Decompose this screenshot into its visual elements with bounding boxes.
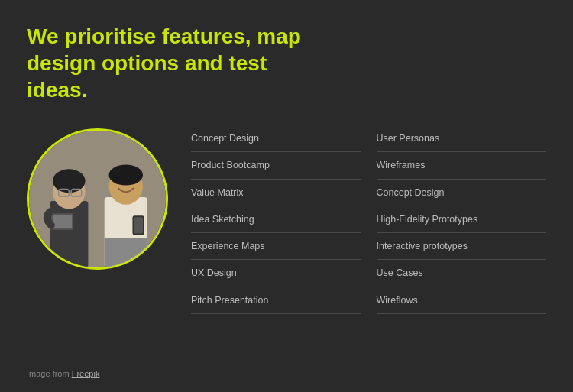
credit-prefix: Image from bbox=[27, 369, 70, 378]
svg-rect-2 bbox=[50, 201, 88, 267]
main-headline: We prioritise features, map design optio… bbox=[27, 23, 317, 103]
content-row: Concept DesignProduct BootcampValue Matr… bbox=[27, 125, 546, 314]
people-illustration bbox=[29, 131, 166, 267]
svg-rect-9 bbox=[53, 215, 72, 228]
svg-rect-15 bbox=[105, 238, 147, 267]
freepik-link[interactable]: Freepik bbox=[72, 369, 100, 378]
headline-line1: We prioritise features, map bbox=[27, 24, 301, 48]
image-placeholder bbox=[29, 131, 166, 267]
left-list-item: Concept Design bbox=[191, 125, 361, 152]
right-list-item: User Personas bbox=[377, 125, 547, 152]
profile-image bbox=[27, 128, 168, 270]
svg-point-12 bbox=[108, 165, 143, 186]
left-list-item: Pitch Presentation bbox=[191, 287, 361, 314]
right-list-item: Wireframes bbox=[377, 152, 547, 179]
left-list-item: Experience Maps bbox=[191, 233, 361, 260]
right-list-item: Interactive prototypes bbox=[377, 233, 547, 260]
right-list-item: Concept Design bbox=[377, 180, 547, 206]
right-list-item: Use Cases bbox=[377, 260, 547, 287]
svg-rect-14 bbox=[134, 217, 143, 233]
headline-line2: design options and test ideas. bbox=[27, 51, 267, 102]
left-list-item: Product Bootcamp bbox=[191, 152, 361, 179]
right-list-item: High-Fidelity Prototypes bbox=[377, 206, 547, 233]
left-list-item: UX Design bbox=[191, 260, 361, 287]
page-container: We prioritise features, map design optio… bbox=[0, 0, 573, 392]
left-list: Concept DesignProduct BootcampValue Matr… bbox=[191, 125, 361, 314]
right-list: User PersonasWireframesConcept DesignHig… bbox=[361, 125, 547, 314]
right-list-item: Wireflows bbox=[377, 287, 547, 314]
left-list-item: Value Matrix bbox=[191, 180, 361, 206]
image-credit: Image from Freepik bbox=[27, 369, 99, 378]
left-list-item: Idea Sketching bbox=[191, 206, 361, 233]
lists-container: Concept DesignProduct BootcampValue Matr… bbox=[191, 125, 546, 314]
